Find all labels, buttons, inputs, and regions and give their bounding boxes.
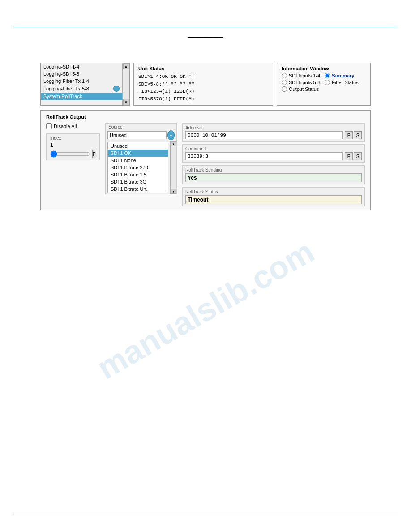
rolltrack-status-value: Timeout (185, 195, 362, 204)
source-item-sdi1ok[interactable]: SDI 1 OK (108, 150, 168, 157)
addr-cmd-panel: Address 0000:10:01*99 P S Command 33039:… (182, 123, 365, 206)
rolltrack-title: RollTrack Output (46, 114, 365, 120)
rolltrack-sending-label: RollTrack Sending (185, 167, 362, 172)
index-p-button[interactable]: P (92, 150, 96, 158)
list-item-2[interactable]: Logging-Fiber Tx 1-4 (41, 77, 122, 85)
list-item-4[interactable]: System-RollTrack (41, 93, 122, 100)
source-item-sdi1b3g[interactable]: SDI 1 Bitrate 3G (108, 178, 168, 185)
radio-label-sdi-1-4: SDI Inputs 1-4 (289, 73, 320, 78)
source-item-sdi1b15[interactable]: SDI 1 Bitrate 1.5 (108, 171, 168, 178)
address-p-button[interactable]: P (345, 131, 353, 139)
source-group: Source Unused ● Unused SDI 1 OK SDI 1 No… (105, 123, 177, 194)
radio-label-fiber-status: Fiber Status (332, 80, 358, 85)
scroll-arrow-up[interactable]: ▲ (123, 63, 129, 69)
list-item-0[interactable]: Logging-SDI 1-4 (41, 63, 122, 70)
unit-status-panel: Unit Status SDI>1-4:OK OK OK ** SDI>5-8:… (133, 63, 273, 106)
index-value: 1 (50, 142, 96, 148)
source-label: Source (106, 124, 176, 129)
disable-all-checkbox[interactable] (46, 123, 52, 129)
list-panel: Logging-SDI 1-4 Logging-SDI 5-8 Logging-… (40, 63, 130, 106)
address-s-button[interactable]: S (354, 131, 362, 139)
status-line-3: FIB<5678(1) EEEE(M) (138, 95, 268, 103)
radio-label-output-status: Output Status (289, 86, 319, 92)
rolltrack-sending-group: RollTrack Sending Yes (182, 165, 365, 184)
radio-sdi-inputs-5-8[interactable]: SDI Inputs 5-8 (282, 80, 320, 85)
list-indicator-3 (113, 86, 120, 92)
source-scroll-dot: ● (170, 133, 172, 137)
address-value: 0000:10:01*99 (185, 131, 343, 139)
src-scroll-down[interactable]: ▼ (171, 189, 176, 194)
command-s-button[interactable]: S (354, 152, 362, 160)
source-dropdown-display[interactable]: Unused (107, 131, 167, 139)
status-line-1: SDI>5-8:** ** ** ** (138, 81, 268, 88)
source-scroll-btn[interactable]: ● (167, 130, 175, 140)
radio-label-summary: Summary (332, 73, 354, 78)
command-group: Command 33039:3 P S (182, 144, 365, 163)
rolltrack-status-label: RollTrack Status (185, 189, 362, 194)
unit-status-title: Unit Status (138, 66, 268, 71)
disable-all-label: Disable All (54, 124, 77, 129)
radio-output-status[interactable]: Output Status (282, 86, 320, 92)
page-bottom-line (13, 514, 398, 514)
source-item-sdi1none[interactable]: SDI 1 None (108, 157, 168, 164)
info-window-title: Information Window (282, 66, 366, 71)
index-slider[interactable] (50, 150, 90, 158)
rolltrack-status-group: RollTrack Status Timeout (182, 187, 365, 206)
src-scroll-track (171, 146, 176, 189)
list-item-3[interactable]: Logging-Fiber Tx 5-8 (41, 85, 122, 93)
status-line-0: SDI>1-4:OK OK OK ** (138, 73, 268, 81)
rolltrack-section: RollTrack Output Disable All Index 1 P (40, 110, 371, 210)
source-item-unused[interactable]: Unused (108, 142, 168, 150)
disable-all-checkbox-row[interactable]: Disable All (46, 123, 100, 129)
list-scrollbar[interactable]: ▲ ▼ (122, 63, 129, 105)
address-group: Address 0000:10:01*99 P S (182, 123, 365, 142)
rolltrack-sending-value: Yes (185, 173, 362, 182)
status-line-2: FIB<1234(1) 123E(R) (138, 88, 268, 95)
command-value: 33039:3 (185, 152, 343, 160)
source-scrollbar[interactable]: ▲ ▼ (170, 141, 176, 194)
source-item-sdi1b270[interactable]: SDI 1 Bitrate 270 (108, 164, 168, 171)
index-label: Index (50, 136, 96, 141)
src-scroll-up[interactable]: ▲ (171, 141, 176, 146)
scroll-track (123, 69, 129, 99)
address-label: Address (185, 125, 362, 130)
scroll-arrow-down[interactable]: ▼ (123, 99, 129, 105)
command-label: Command (185, 146, 362, 151)
command-p-button[interactable]: P (345, 152, 353, 160)
radio-label-sdi-5-8: SDI Inputs 5-8 (289, 80, 320, 85)
list-item-label-3: Logging-Fiber Tx 5-8 (43, 86, 89, 91)
radio-fiber-status[interactable]: Fiber Status (325, 80, 358, 85)
source-item-sdi1bun[interactable]: SDI 1 Bitrate Un. (108, 185, 168, 193)
radio-summary[interactable]: Summary (325, 73, 358, 78)
radio-sdi-inputs-1-4[interactable]: SDI Inputs 1-4 (282, 73, 320, 78)
watermark: manualslib.com (91, 232, 320, 386)
info-window-panel: Information Window SDI Inputs 1-4 SDI In… (277, 63, 371, 106)
top-link[interactable]: ____________ (188, 32, 223, 38)
list-item-1[interactable]: Logging-SDI 5-8 (41, 70, 122, 77)
